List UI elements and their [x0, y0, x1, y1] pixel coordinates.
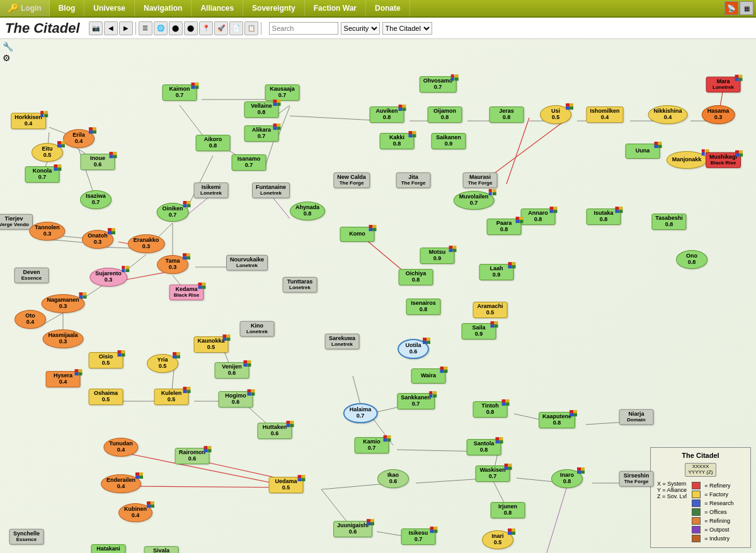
nav-blog[interactable]: Blog	[50, 0, 85, 16]
node-ikao[interactable]: Ikao0.6	[377, 469, 409, 488]
node-hatakani[interactable]: Hatakani0.9	[91, 544, 126, 553]
node-isanamo[interactable]: Isanamo0.7	[232, 154, 266, 171]
node-jeras[interactable]: Jeras0.8	[490, 106, 524, 123]
node-annaro[interactable]: Annaro0.8	[521, 208, 556, 225]
nav-donate[interactable]: Donate	[366, 0, 410, 16]
node-oichiya[interactable]: Oichiya0.8	[399, 269, 433, 285]
rss-icon[interactable]: 📡	[724, 1, 738, 15]
node-uuna[interactable]: Uuna	[626, 144, 660, 159]
node-ishomilken[interactable]: Ishomilken0.4	[586, 106, 623, 123]
node-alikara[interactable]: Alikara0.7	[244, 125, 279, 142]
node-paara[interactable]: Paara0.8	[487, 219, 522, 235]
node-uotila[interactable]: Uotila0.6	[398, 339, 429, 359]
node-tierjev[interactable]: TierjevVerge Vendo	[0, 214, 33, 230]
node-saikanen[interactable]: Saikanen0.9	[432, 133, 466, 149]
node-sujarento[interactable]: Sujarento0.3	[89, 268, 127, 287]
node-eranakko[interactable]: Eranakko0.3	[128, 234, 165, 253]
tool-icon1[interactable]: 🔧	[3, 42, 13, 52]
node-niarja[interactable]: NiarjaDomain	[619, 409, 654, 425]
node-kamio[interactable]: Kamio0.7	[355, 437, 389, 453]
node-yria[interactable]: Yria0.5	[147, 354, 178, 373]
node-kaunokka[interactable]: Kaunokka0.5	[193, 336, 228, 353]
node-sivala[interactable]: Sivala0.6	[144, 546, 179, 553]
node-manjonakk[interactable]: Manjonakk	[667, 151, 707, 169]
node-konola[interactable]: Konola0.7	[25, 166, 60, 183]
node-kakki[interactable]: Kakki0.8	[380, 133, 415, 149]
node-tannolen[interactable]: Tannolen0.3	[29, 222, 65, 241]
toolbar-ship[interactable]: 🚀	[214, 21, 228, 35]
toolbar-globe[interactable]: 🌐	[154, 21, 168, 35]
search-input[interactable]	[269, 22, 338, 35]
node-aramachi[interactable]: Aramachi0.5	[473, 302, 508, 318]
node-laah[interactable]: Laah0.9	[479, 264, 514, 280]
security-select[interactable]: Security 0.0 0.5 1.0	[341, 22, 380, 35]
nav-alliances[interactable]: Alliances	[192, 0, 243, 16]
node-uedama[interactable]: Uedama0.5	[269, 477, 304, 493]
node-halaima[interactable]: Halaima0.7	[343, 403, 378, 423]
node-oiniken[interactable]: Oiniken0.7	[156, 203, 188, 222]
node-tunudan[interactable]: Tunudan0.4	[103, 438, 138, 457]
node-huttaken[interactable]: Huttaken0.6	[258, 423, 292, 439]
node-saila[interactable]: Saila0.9	[462, 323, 496, 339]
node-oshaima[interactable]: Oshaima0.5	[89, 389, 123, 405]
node-isikemi[interactable]: IsikemiLonetrek	[194, 183, 229, 198]
node-kulelen[interactable]: Kulelen0.5	[154, 389, 189, 405]
node-inaro[interactable]: Inaro0.8	[551, 469, 583, 488]
toolbar-circle2[interactable]: ⬤	[184, 21, 198, 35]
node-usi[interactable]: Usi0.5	[540, 105, 571, 124]
node-synchelle[interactable]: SynchelleEssence	[9, 529, 44, 545]
node-horkkisen[interactable]: Horkkisen0.4	[11, 113, 46, 129]
node-isutaka[interactable]: Isutaka0.8	[587, 208, 621, 225]
node-tama[interactable]: Tama0.3	[157, 255, 188, 274]
node-mushikegi[interactable]: MushikegiBlack Rise	[706, 152, 741, 168]
node-waira[interactable]: Waira	[411, 368, 446, 384]
node-sarekuwa[interactable]: SarekuwaLonetrek	[325, 334, 360, 350]
toolbar-pdf[interactable]: 📄	[229, 21, 243, 35]
node-ohvosamo[interactable]: Ohvosamo0.7	[420, 76, 457, 93]
node-santola[interactable]: Santola0.8	[467, 439, 501, 455]
node-aikoro[interactable]: Aikoro0.8	[196, 135, 231, 151]
node-onatoh[interactable]: Onatoh0.3	[82, 230, 113, 249]
node-enderailen[interactable]: Enderailen0.4	[101, 474, 141, 493]
toolbar-pin[interactable]: 📍	[199, 21, 213, 35]
grid-icon[interactable]: ▦	[740, 1, 753, 15]
node-auviken[interactable]: Auviken0.8	[370, 106, 404, 123]
node-sankkanen[interactable]: Sankkanen0.7	[397, 393, 435, 409]
node-inoue[interactable]: Inoue0.6	[81, 154, 115, 170]
node-vellaine[interactable]: Vellaine0.8	[244, 101, 279, 118]
node-ahynada[interactable]: Ahynada0.8	[290, 202, 325, 220]
toolbar-extra[interactable]: 📋	[244, 21, 258, 35]
node-kaaputene[interactable]: Kaaputene0.8	[539, 412, 575, 428]
node-motsu[interactable]: Motsu0.9	[420, 248, 455, 264]
node-ono[interactable]: Ono0.8	[676, 250, 707, 269]
node-hysera[interactable]: Hysera0.4	[46, 371, 81, 387]
node-muvolailen[interactable]: Muvolailen0.7	[454, 191, 495, 210]
node-kaimon[interactable]: Kaimon0.7	[163, 84, 197, 101]
nav-faction-war[interactable]: Faction War	[305, 0, 366, 16]
node-rairomon[interactable]: Rairomon0.6	[175, 448, 210, 464]
node-kausaaja[interactable]: Kausaaja0.7	[265, 84, 300, 101]
node-maurasi[interactable]: MaurasiThe Forge	[463, 173, 498, 188]
node-hasama[interactable]: Hasama0.3	[702, 105, 735, 124]
toolbar-list[interactable]: ☰	[139, 21, 152, 35]
node-jita[interactable]: JitaThe Forge	[396, 173, 431, 188]
node-new_calda[interactable]: New CaldaThe Forge	[333, 173, 370, 188]
node-isazIwa[interactable]: Isaziwa0.7	[80, 190, 112, 209]
tool-icon2[interactable]: ⚙	[3, 53, 13, 63]
node-tintoh[interactable]: Tintoh0.8	[473, 401, 508, 418]
node-waskisen[interactable]: Waskisen0.7	[476, 465, 510, 482]
node-kino[interactable]: KinoLonetrek	[240, 321, 275, 337]
nav-sovereignty[interactable]: Sovereignty	[243, 0, 305, 16]
login-button[interactable]: 🔑 Login	[0, 0, 50, 16]
node-nagamanen[interactable]: Nagamanen0.3	[41, 294, 84, 313]
nav-universe[interactable]: Universe	[84, 0, 135, 16]
toolbar-circle1[interactable]: ⬤	[169, 21, 183, 35]
node-oisio[interactable]: Oisio0.5	[89, 352, 123, 368]
node-hasmijaala[interactable]: Hasmijaala0.3	[42, 329, 83, 348]
node-mara[interactable]: MaraLonetrek	[706, 77, 741, 93]
region-select[interactable]: The Citadel The Forge Domain	[382, 22, 432, 35]
node-kubinen[interactable]: Kubinen0.4	[118, 503, 152, 522]
node-komo[interactable]: Komo	[340, 227, 375, 242]
node-nourvukaike[interactable]: NourvukaikeLonetrek	[226, 255, 268, 271]
node-tasabeshi[interactable]: Tasabeshi0.8	[651, 214, 686, 230]
